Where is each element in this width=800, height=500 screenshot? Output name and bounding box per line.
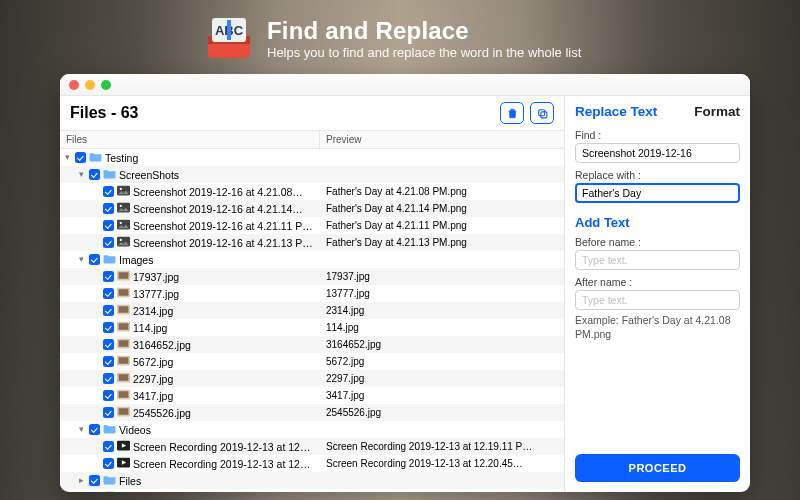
svg-rect-4 <box>227 20 231 40</box>
table-row[interactable]: ▸Files <box>60 472 564 489</box>
close-dot[interactable] <box>69 80 79 90</box>
row-checkbox[interactable] <box>103 458 114 469</box>
after-name-input[interactable] <box>575 290 740 310</box>
table-row[interactable]: ▾2297.jpg2297.jpg <box>60 370 564 387</box>
img-icon <box>117 202 130 215</box>
table-row[interactable]: ▾Images <box>60 251 564 268</box>
table-row[interactable]: ▾114.jpg114.jpg <box>60 319 564 336</box>
row-checkbox[interactable] <box>103 203 114 214</box>
chevron-down-icon[interactable]: ▾ <box>76 425 86 434</box>
table-row[interactable]: ▾General.storyboardc <box>60 489 564 492</box>
row-checkbox[interactable] <box>103 186 114 197</box>
row-checkbox[interactable] <box>89 254 100 265</box>
table-row[interactable]: ▾Testing <box>60 149 564 166</box>
thumb-icon <box>117 355 130 368</box>
file-name: Testing <box>105 152 138 164</box>
zoom-dot[interactable] <box>101 80 111 90</box>
row-checkbox[interactable] <box>103 237 114 248</box>
add-text-section: Add Text <box>575 215 740 230</box>
svg-point-14 <box>120 239 122 241</box>
table-row[interactable]: ▾Videos <box>60 421 564 438</box>
column-header-files[interactable]: Files <box>60 131 320 148</box>
file-tree[interactable]: ▾Testing▾ScreenShots▾Screenshot 2019-12-… <box>60 149 564 492</box>
table-row[interactable]: ▾17937.jpg17937.jpg <box>60 268 564 285</box>
thumb-icon <box>117 406 130 419</box>
chevron-down-icon[interactable]: ▾ <box>76 170 86 179</box>
preview-name: 2297.jpg <box>320 373 564 384</box>
img-icon <box>117 219 130 232</box>
row-checkbox[interactable] <box>103 305 114 316</box>
preview-name: 3417.jpg <box>320 390 564 401</box>
row-checkbox[interactable] <box>103 356 114 367</box>
copy-icon <box>536 107 549 120</box>
row-checkbox[interactable] <box>103 407 114 418</box>
chevron-right-icon[interactable]: ▸ <box>76 476 86 485</box>
file-name: 2314.jpg <box>133 305 173 317</box>
chevron-down-icon[interactable]: ▾ <box>76 255 86 264</box>
table-row[interactable]: ▾3417.jpg3417.jpg <box>60 387 564 404</box>
banner-subtitle: Helps you to find and replace the word i… <box>267 45 581 60</box>
preview-name: Screen Recording 2019-12-13 at 12.19.11 … <box>320 441 564 452</box>
folder-icon <box>103 474 116 487</box>
chevron-down-icon[interactable]: ▾ <box>62 153 72 162</box>
preview-name: Screen Recording 2019-12-13 at 12.20.45… <box>320 458 564 469</box>
row-checkbox[interactable] <box>103 339 114 350</box>
delete-button[interactable] <box>500 102 524 124</box>
table-row[interactable]: ▾Screenshot 2019-12-16 at 4.21.13 P…Fath… <box>60 234 564 251</box>
file-name: 114.jpg <box>133 322 167 334</box>
svg-rect-20 <box>119 306 129 313</box>
find-label: Find : <box>575 129 740 141</box>
table-row[interactable]: ▾ScreenShots <box>60 166 564 183</box>
doc-icon <box>103 491 116 492</box>
row-checkbox[interactable] <box>103 220 114 231</box>
row-checkbox[interactable] <box>103 271 114 282</box>
file-name: Videos <box>119 424 151 436</box>
preview-name: Father's Day at 4.21.11 PM.png <box>320 220 564 231</box>
tab-format[interactable]: Format <box>694 104 740 119</box>
table-row[interactable]: ▾2545526.jpg2545526.jpg <box>60 404 564 421</box>
mov-icon <box>117 440 130 453</box>
proceed-button[interactable]: PROCEED <box>575 454 740 482</box>
table-row[interactable]: ▾5672.jpg5672.jpg <box>60 353 564 370</box>
replace-input[interactable] <box>575 183 740 203</box>
table-row[interactable]: ▾Screenshot 2019-12-16 at 4.21.08…Father… <box>60 183 564 200</box>
row-checkbox[interactable] <box>75 152 86 163</box>
column-header-preview[interactable]: Preview <box>320 131 564 148</box>
file-name: Screen Recording 2019-12-13 at 12… <box>133 441 310 453</box>
before-name-input[interactable] <box>575 250 740 270</box>
row-checkbox[interactable] <box>89 169 100 180</box>
svg-rect-24 <box>119 340 129 347</box>
file-name: 2545526.jpg <box>133 407 191 419</box>
file-name: 3417.jpg <box>133 390 173 402</box>
row-checkbox[interactable] <box>89 475 100 486</box>
after-name-label: After name : <box>575 276 740 288</box>
table-row[interactable]: ▾Screen Recording 2019-12-13 at 12…Scree… <box>60 438 564 455</box>
thumb-icon <box>117 321 130 334</box>
file-name: 3164652.jpg <box>133 339 191 351</box>
row-checkbox[interactable] <box>103 322 114 333</box>
row-checkbox[interactable] <box>103 373 114 384</box>
thumb-icon <box>117 389 130 402</box>
table-row[interactable]: ▾Screenshot 2019-12-16 at 4.21.11 P…Fath… <box>60 217 564 234</box>
file-name: 17937.jpg <box>133 271 179 283</box>
preview-name: 13777.jpg <box>320 288 564 299</box>
find-input[interactable] <box>575 143 740 163</box>
thumb-icon <box>117 304 130 317</box>
minimize-dot[interactable] <box>85 80 95 90</box>
table-row[interactable]: ▾Screenshot 2019-12-16 at 4.21.14…Father… <box>60 200 564 217</box>
tab-replace-text[interactable]: Replace Text <box>575 104 657 119</box>
svg-rect-32 <box>119 408 129 415</box>
copy-button[interactable] <box>530 102 554 124</box>
table-row[interactable]: ▾13777.jpg13777.jpg <box>60 285 564 302</box>
file-name: Screenshot 2019-12-16 at 4.21.11 P… <box>133 220 313 232</box>
row-checkbox[interactable] <box>89 424 100 435</box>
folder-icon <box>89 151 102 164</box>
table-row[interactable]: ▾3164652.jpg3164652.jpg <box>60 336 564 353</box>
row-checkbox[interactable] <box>103 288 114 299</box>
table-row[interactable]: ▾2314.jpg2314.jpg <box>60 302 564 319</box>
file-name: Screenshot 2019-12-16 at 4.21.13 P… <box>133 237 313 249</box>
table-row[interactable]: ▾Screen Recording 2019-12-13 at 12…Scree… <box>60 455 564 472</box>
row-checkbox[interactable] <box>103 441 114 452</box>
row-checkbox[interactable] <box>103 390 114 401</box>
mov-icon <box>117 457 130 470</box>
